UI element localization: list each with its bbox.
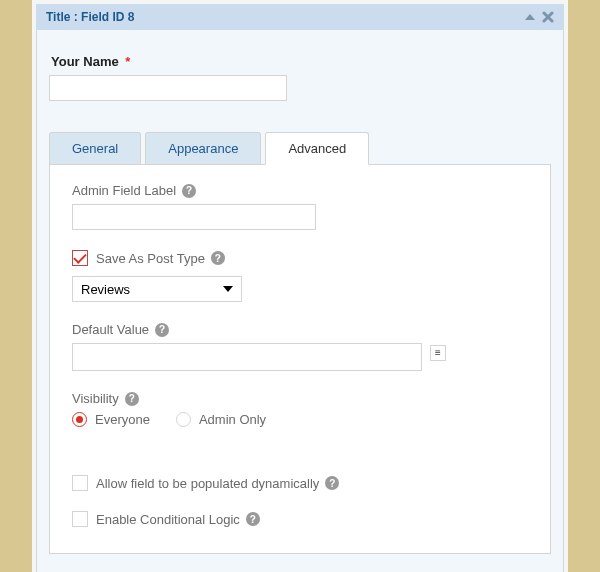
merge-tag-picker-icon[interactable]: ≡ <box>430 345 446 361</box>
conditional-logic-checkbox[interactable] <box>72 511 88 527</box>
radio-admin-only[interactable] <box>176 412 191 427</box>
tab-advanced[interactable]: Advanced <box>265 132 369 165</box>
required-asterisk: * <box>125 54 130 69</box>
tab-advanced-content: Admin Field Label ? Save As Post Type ? <box>49 164 551 554</box>
panel-title: Title : Field ID 8 <box>46 10 134 24</box>
close-icon[interactable] <box>542 11 554 23</box>
admin-field-label-input[interactable] <box>72 204 316 230</box>
populate-dynamically-checkbox[interactable] <box>72 475 88 491</box>
visibility-option-admin-only[interactable]: Admin Only <box>176 412 266 427</box>
radio-everyone-label: Everyone <box>95 412 150 427</box>
default-value-label: Default Value ? <box>72 322 528 337</box>
field-label-text: Your Name <box>51 54 119 69</box>
collapse-icon[interactable] <box>524 11 536 23</box>
save-as-post-type-checkbox[interactable] <box>72 250 88 266</box>
populate-dynamically-label: Allow field to be populated dynamically … <box>96 476 339 491</box>
tab-general[interactable]: General <box>49 132 141 165</box>
post-type-select[interactable]: Reviews <box>72 276 242 302</box>
radio-everyone[interactable] <box>72 412 87 427</box>
help-icon[interactable]: ? <box>125 392 139 406</box>
field-settings-panel: Title : Field ID 8 Your Name * General A… <box>32 0 568 572</box>
help-icon[interactable]: ? <box>325 476 339 490</box>
field-preview-label: Your Name * <box>51 54 551 69</box>
conditional-logic-label: Enable Conditional Logic ? <box>96 512 260 527</box>
panel-header: Title : Field ID 8 <box>36 4 564 30</box>
your-name-input[interactable] <box>49 75 287 101</box>
radio-admin-only-label: Admin Only <box>199 412 266 427</box>
settings-tabs: General Appearance Advanced <box>49 131 551 164</box>
svg-marker-0 <box>525 14 535 20</box>
admin-field-label-label: Admin Field Label ? <box>72 183 528 198</box>
help-icon[interactable]: ? <box>211 251 225 265</box>
save-as-post-type-label: Save As Post Type ? <box>96 251 225 266</box>
help-icon[interactable]: ? <box>182 184 196 198</box>
help-icon[interactable]: ? <box>155 323 169 337</box>
tab-appearance[interactable]: Appearance <box>145 132 261 165</box>
visibility-label: Visibility ? <box>72 391 528 406</box>
field-settings-card: Your Name * General Appearance Advanced … <box>36 30 564 572</box>
visibility-option-everyone[interactable]: Everyone <box>72 412 150 427</box>
default-value-input[interactable] <box>72 343 422 371</box>
help-icon[interactable]: ? <box>246 512 260 526</box>
